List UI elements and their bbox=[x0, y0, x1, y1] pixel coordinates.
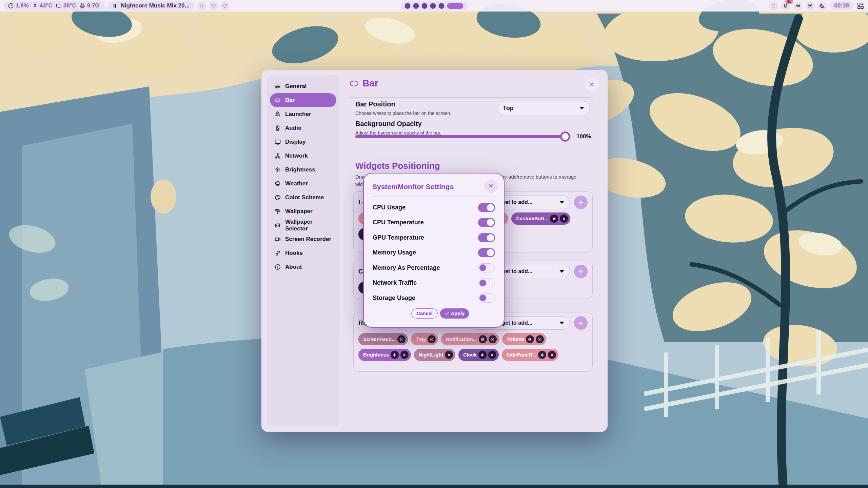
chip-remove-button[interactable] bbox=[445, 351, 453, 359]
gear-icon bbox=[528, 337, 532, 342]
sidebar-item-general[interactable]: General bbox=[270, 79, 336, 93]
widget-chip-screenreco[interactable]: ScreenReco... bbox=[358, 333, 408, 345]
window-close-button[interactable]: ✕ bbox=[585, 77, 599, 92]
quick-button-heart[interactable] bbox=[209, 1, 218, 11]
system-stats-module[interactable]: 1.8%43°C38°C9.7G bbox=[3, 1, 104, 11]
night-light-button[interactable] bbox=[818, 1, 827, 11]
chip-icon bbox=[79, 3, 85, 9]
chip-settings-button[interactable] bbox=[391, 351, 399, 359]
workspace-dot[interactable] bbox=[413, 3, 419, 9]
chip-settings-button[interactable] bbox=[478, 351, 487, 359]
toggle-switch[interactable] bbox=[478, 218, 495, 227]
sidebar-item-label: Weather bbox=[285, 180, 308, 187]
chevron-down-icon bbox=[579, 107, 584, 109]
toggle-label: GPU Temperature bbox=[373, 234, 424, 241]
chip-remove-button[interactable] bbox=[428, 335, 436, 343]
quick-button-heart[interactable] bbox=[220, 1, 230, 11]
toggle-row-memory-usage: Memory Usage bbox=[373, 245, 495, 261]
sidebar-item-launcher[interactable]: Launcher bbox=[270, 107, 336, 121]
sidebar-item-network[interactable]: Network bbox=[270, 149, 336, 163]
chip-row: ScreenReco...TrayNotification...Volume bbox=[358, 333, 588, 345]
chip-remove-button[interactable] bbox=[560, 215, 568, 223]
x-icon bbox=[550, 353, 554, 357]
chip-remove-button[interactable] bbox=[488, 351, 496, 359]
modal-divider bbox=[372, 197, 496, 197]
clock-module[interactable]: 00:28 bbox=[830, 1, 853, 10]
bell-button[interactable]: 10 bbox=[781, 1, 790, 11]
toggle-switch[interactable] bbox=[478, 233, 495, 242]
chip-remove-button[interactable] bbox=[536, 335, 544, 343]
cloud-rain-icon bbox=[274, 180, 281, 187]
sidebar-item-bar[interactable]: Bar bbox=[270, 93, 336, 107]
sidebar-item-brightness[interactable]: Brightness bbox=[270, 163, 336, 177]
chip-settings-button[interactable] bbox=[538, 351, 546, 359]
sidebar-item-audio[interactable]: Audio bbox=[270, 121, 336, 135]
opacity-slider-fill bbox=[355, 135, 569, 138]
add-widget-button[interactable]: + bbox=[574, 265, 588, 278]
sidebar-item-wallpaper-selector[interactable]: Wallpaper Selector bbox=[270, 218, 336, 232]
chevron-down-icon bbox=[559, 322, 564, 324]
media-player-module[interactable]: Nightcore Music Mix 20... bbox=[107, 1, 194, 11]
workspace-dot[interactable] bbox=[430, 3, 436, 9]
bar-pill-icon bbox=[274, 97, 281, 104]
app-launcher-button[interactable] bbox=[856, 2, 865, 10]
chip-remove-button[interactable] bbox=[548, 351, 556, 359]
widget-chip-custombutt[interactable]: CustomButt... bbox=[511, 212, 570, 225]
workspace-active[interactable] bbox=[447, 3, 463, 9]
chevron-down-icon bbox=[559, 270, 564, 273]
toggle-row-memory-as-percentage: Memory As Percentage bbox=[373, 260, 495, 276]
add-widget-button[interactable]: + bbox=[574, 316, 588, 330]
toggle-knob bbox=[479, 294, 486, 301]
chip-remove-button[interactable] bbox=[489, 335, 497, 343]
sidebar-item-wallpaper[interactable]: Wallpaper bbox=[270, 204, 336, 218]
quick-button-skull[interactable] bbox=[197, 1, 206, 11]
sun-button[interactable] bbox=[806, 1, 815, 11]
toggle-switch[interactable] bbox=[478, 293, 495, 303]
chip-settings-button[interactable] bbox=[479, 335, 487, 343]
add-widget-button[interactable]: + bbox=[574, 196, 588, 209]
workspace-dot[interactable] bbox=[405, 3, 411, 9]
sidebar-item-about[interactable]: About bbox=[270, 260, 336, 274]
chip-settings-button[interactable] bbox=[526, 335, 534, 343]
sidebar-item-color-scheme[interactable]: Color Scheme bbox=[270, 190, 336, 204]
volume-button[interactable] bbox=[793, 1, 803, 11]
bar-position-setting: Bar Position Choose where to place the b… bbox=[355, 100, 451, 116]
workspaces-module[interactable] bbox=[401, 1, 467, 11]
sidebar-item-screen-recorder[interactable]: Screen Recorder bbox=[270, 232, 336, 246]
opacity-slider-thumb[interactable] bbox=[560, 131, 570, 142]
toggle-switch[interactable] bbox=[478, 203, 495, 212]
sidebar-item-hooks[interactable]: Hooks bbox=[270, 246, 336, 260]
widget-chip-tray[interactable]: Tray bbox=[411, 333, 438, 345]
workspace-dot[interactable] bbox=[422, 3, 428, 9]
x-icon bbox=[562, 217, 566, 221]
widget-chip-brightness[interactable]: Brightness bbox=[358, 349, 411, 361]
toggle-row-cpu-temperature: CPU Temperature bbox=[373, 215, 495, 230]
chip-remove-button[interactable] bbox=[397, 335, 406, 343]
cat-button[interactable] bbox=[769, 1, 778, 11]
widget-chip-nightlight[interactable]: NightLight bbox=[414, 349, 455, 361]
modal-close-button[interactable]: ✕ bbox=[484, 179, 498, 193]
toggle-switch[interactable] bbox=[478, 278, 495, 287]
toggle-knob bbox=[487, 204, 494, 211]
bar-position-label: Bar Position bbox=[355, 100, 451, 108]
bar-position-dropdown[interactable]: Top bbox=[497, 101, 590, 115]
widget-chip-notification[interactable]: Notification... bbox=[441, 333, 499, 345]
apply-button[interactable]: Apply bbox=[440, 308, 469, 319]
opacity-slider[interactable] bbox=[355, 135, 571, 138]
workspace-dot[interactable] bbox=[439, 3, 445, 9]
toggle-switch[interactable] bbox=[478, 248, 495, 257]
chip-remove-button[interactable] bbox=[400, 351, 409, 359]
widget-chip-volume[interactable]: Volume bbox=[502, 333, 546, 345]
widget-chip-sidepanelt[interactable]: SidePanelT... bbox=[502, 349, 559, 361]
toggle-switch[interactable] bbox=[478, 263, 495, 272]
chip-settings-button[interactable] bbox=[550, 215, 558, 223]
cancel-button[interactable]: Cancel bbox=[411, 308, 438, 319]
page-title: Bar bbox=[362, 78, 378, 89]
sidebar-item-display[interactable]: Display bbox=[270, 135, 336, 149]
sidebar-item-weather[interactable]: Weather bbox=[270, 177, 336, 190]
widget-chip-clock[interactable]: Clock bbox=[458, 349, 499, 361]
clock-time: 00:28 bbox=[834, 2, 849, 9]
stat-flame: 43°C bbox=[32, 2, 53, 9]
toggle-knob bbox=[479, 264, 486, 271]
toggle-knob bbox=[487, 219, 494, 226]
